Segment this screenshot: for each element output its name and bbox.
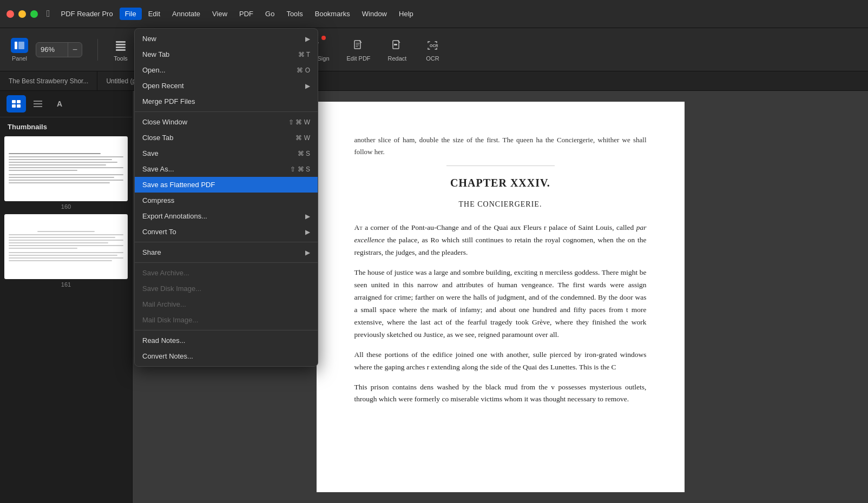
export-annotations-arrow-icon: ▶ <box>305 213 310 220</box>
tab-bar: The Best Strawberry Shor... Untitled (pa… <box>0 71 868 91</box>
svg-rect-2 <box>116 41 126 43</box>
page-161-preview <box>4 227 128 267</box>
menu-annotate[interactable]: Annotate <box>167 8 206 20</box>
chapter-title: CHAPTER XXXIV. <box>354 177 647 189</box>
panel-icon <box>11 38 28 53</box>
sidebar-thumbnails-button[interactable] <box>6 95 26 112</box>
panel-label: Panel <box>12 55 27 62</box>
sidebar-text-button[interactable]: A <box>50 95 69 112</box>
menu-tools[interactable]: Tools <box>281 8 308 20</box>
menu-new[interactable]: New ▶ <box>135 31 318 47</box>
toolbar-tools-button[interactable]: Tools <box>104 35 137 65</box>
pdf-paragraph-2: All these portions of the edifice joined… <box>354 349 647 374</box>
sidebar-title: Thumbnails <box>0 117 132 134</box>
menu-mail-archive: Mail Archive... <box>135 296 318 312</box>
traffic-lights <box>6 10 38 18</box>
menu-close-tab[interactable]: Close Tab ⌘ W <box>135 130 318 145</box>
menu-share[interactable]: Share ▶ <box>135 244 318 260</box>
menu-compress[interactable]: Compress <box>135 193 318 208</box>
menu-pdf[interactable]: PDF <box>234 8 259 20</box>
menu-file[interactable]: File <box>120 8 142 20</box>
svg-rect-19 <box>12 104 16 108</box>
menu-save-archive: Save Archive... <box>135 265 318 281</box>
close-tab-shortcut: ⌘ W <box>295 134 310 142</box>
menu-convert-notes[interactable]: Convert Notes... <box>135 348 318 364</box>
pdf-header-text: another slice of ham, double the size of… <box>354 134 647 158</box>
menu-edit[interactable]: Edit <box>143 8 166 20</box>
menu-view[interactable]: View <box>207 8 233 20</box>
menu-new-tab[interactable]: New Tab ⌘ T <box>135 47 318 62</box>
convert-to-arrow-icon: ▶ <box>305 228 310 236</box>
menu-export-annotations[interactable]: Export Annotations... ▶ <box>135 208 318 224</box>
page-160-image <box>4 136 128 201</box>
new-tab-shortcut: ⌘ T <box>298 51 310 58</box>
menu-bar: PDF Reader Pro File Edit Annotate View P… <box>56 8 419 20</box>
menu-save[interactable]: Save ⌘ S <box>135 145 318 161</box>
chapter-subtitle: THE CONCIERGERIE. <box>354 200 647 209</box>
ocr-label: OCR <box>426 55 439 62</box>
new-arrow-icon: ▶ <box>305 35 310 43</box>
save-shortcut: ⌘ S <box>298 150 310 157</box>
redact-label: Redact <box>388 55 407 62</box>
redact-icon <box>390 38 405 53</box>
tab-strawberry[interactable]: The Best Strawberry Shor... <box>0 71 97 90</box>
menu-window[interactable]: Window <box>357 8 392 20</box>
open-recent-arrow-icon: ▶ <box>305 82 310 90</box>
tools-icon <box>113 38 128 53</box>
svg-rect-20 <box>17 104 21 108</box>
zoom-minus-button[interactable]: − <box>68 43 82 57</box>
menu-go[interactable]: Go <box>260 8 280 20</box>
menu-read-notes[interactable]: Read Notes... <box>135 333 318 348</box>
menu-save-disk-image: Save Disk Image... <box>135 281 318 296</box>
pdf-paragraph-3: This prison contains dens washed by the … <box>354 381 647 406</box>
menu-close-window[interactable]: Close Window ⇧ ⌘ W <box>135 114 318 130</box>
tools-label: Tools <box>114 55 128 62</box>
edit-pdf-label: Edit PDF <box>347 55 371 62</box>
svg-rect-4 <box>116 47 126 48</box>
zoom-select[interactable]: 96% 75% 100% 125% 150% <box>36 45 68 54</box>
page-160-label: 160 <box>4 203 128 210</box>
menu-save-as[interactable]: Save As... ⇧ ⌘ S <box>135 161 318 177</box>
ocr-icon: OCR <box>425 38 440 53</box>
divider <box>446 166 555 166</box>
panel-button[interactable]: Panel <box>11 38 28 62</box>
titlebar:  PDF Reader Pro File Edit Annotate View… <box>0 0 868 28</box>
edit-pdf-icon <box>351 38 366 53</box>
zoom-control[interactable]: 96% 75% 100% 125% 150% − <box>36 42 82 57</box>
menu-save-flattened[interactable]: Save as Flattened PDF <box>135 177 318 193</box>
share-arrow-icon: ▶ <box>305 249 310 256</box>
sidebar: A Thumbnails <box>0 91 133 503</box>
minimize-button[interactable] <box>18 10 26 18</box>
menu-open-recent[interactable]: Open Recent ▶ <box>135 78 318 94</box>
main-layout: A Thumbnails <box>0 91 868 503</box>
sidebar-list-button[interactable] <box>28 95 48 112</box>
menu-bookmarks[interactable]: Bookmarks <box>310 8 356 20</box>
page-161-label: 161 <box>4 281 128 288</box>
toolbar-edit-pdf-button[interactable]: Edit PDF <box>339 35 378 65</box>
pdf-page: another slice of ham, double the size of… <box>317 102 685 492</box>
pdf-paragraph-0: At a corner of the Pont-au-Change and of… <box>354 222 647 259</box>
svg-rect-3 <box>116 44 126 45</box>
sidebar-content: 160 <box>0 134 132 503</box>
page-161-image <box>4 214 128 279</box>
menu-merge[interactable]: Merge PDF Files <box>135 94 318 109</box>
toolbar-redact-button[interactable]: Redact <box>380 35 415 65</box>
toolbar-separator <box>97 39 98 61</box>
page-161-thumb[interactable]: 161 <box>4 214 128 288</box>
menu-convert-to[interactable]: Convert To ▶ <box>135 224 318 240</box>
apple-logo-icon[interactable]:  <box>47 8 50 19</box>
menu-app[interactable]: PDF Reader Pro <box>56 8 119 20</box>
menu-mail-disk-image: Mail Disk Image... <box>135 312 318 328</box>
menu-open[interactable]: Open... ⌘ O <box>135 62 318 78</box>
toolbar-ocr-button[interactable]: OCR OCR <box>416 35 449 65</box>
maximize-button[interactable] <box>30 10 38 18</box>
close-button[interactable] <box>6 10 14 18</box>
sidebar-toolbar: A <box>0 91 132 117</box>
file-menu-dropdown: New ▶ New Tab ⌘ T Open... ⌘ O Open Recen… <box>134 28 318 367</box>
divider-2 <box>135 242 318 242</box>
menu-help[interactable]: Help <box>393 8 419 20</box>
save-as-shortcut: ⇧ ⌘ S <box>290 166 310 173</box>
page-160-thumb[interactable]: 160 <box>4 136 128 210</box>
svg-rect-0 <box>15 42 17 49</box>
svg-rect-15 <box>394 44 397 45</box>
